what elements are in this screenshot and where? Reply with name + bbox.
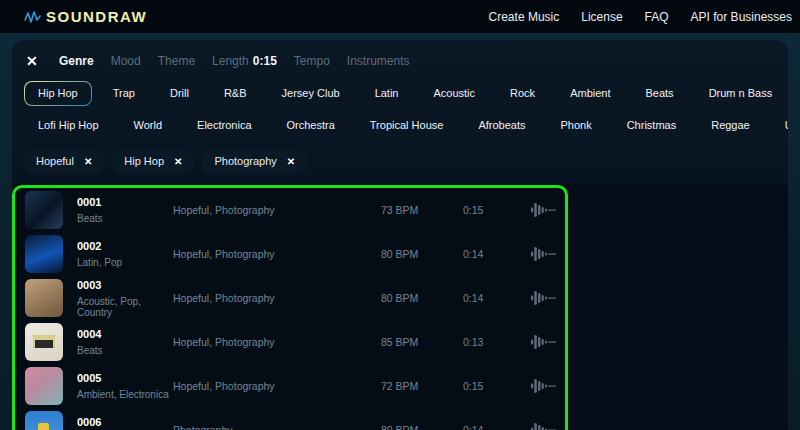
tabs-container: Genre Mood Theme Length [59,54,410,68]
filter-tab[interactable]: Length 0:15 [212,54,277,68]
genre-pills-row-1: Hip Hop Trap Drill R&B Jersey Club Latin… [24,81,776,106]
genre-pill[interactable]: Rock [496,81,549,106]
genre-pills-row-2: Lofi Hip Hop World Electronica Orchestra… [24,113,776,138]
tag-label: Hopeful [36,156,74,167]
track-id: 0001 [77,196,173,208]
track-row[interactable]: 0002 Latin, Pop Hopeful, Photography 80 … [15,232,565,276]
logo-text: SOUNDRAW [46,8,147,25]
genre-pill[interactable]: Tropical House [356,113,458,138]
nav-link[interactable]: License [581,10,622,24]
track-moods: Hopeful, Photography [173,292,381,304]
active-filter-tag[interactable]: Hip Hop ✕ [112,149,194,174]
track-id: 0002 [77,240,173,252]
filter-tab-label: Mood [111,54,141,68]
genre-pill[interactable]: Hip Hop [24,81,92,106]
track-genres: Beats [77,345,173,356]
genre-pill[interactable]: Beats [631,81,687,106]
play-preview-button[interactable] [531,378,565,394]
track-bpm: 80 BPM [381,248,463,260]
waveform-icon [531,378,561,394]
genre-pill[interactable]: Reggae [697,113,764,138]
play-preview-button[interactable] [531,290,565,306]
track-genres: Acoustic, Pop, Country [77,296,173,318]
track-thumbnail [25,323,63,361]
active-filter-tag[interactable]: Photography ✕ [202,149,307,174]
nav-link[interactable]: FAQ [645,10,669,24]
track-bpm: 80 BPM [381,424,463,430]
track-title-cell: 0001 Beats [77,196,173,224]
genre-pill[interactable]: Phonk [546,113,605,138]
genre-pill[interactable]: Trap [99,81,149,106]
genre-pill[interactable]: Drum n Bass [695,81,787,106]
genre-pill[interactable]: World [120,113,177,138]
filter-tab[interactable]: Theme [158,54,195,68]
play-preview-button[interactable] [531,202,565,218]
waveform-logo-icon [24,9,42,25]
track-results-annotation-box: 0001 Beats Hopeful, Photography 73 BPM 0… [12,185,568,430]
track-moods: Hopeful, Photography [173,248,381,260]
waveform-icon [531,422,561,430]
track-moods: Hopeful, Photography [173,336,381,348]
genre-pill[interactable]: Christmas [613,113,691,138]
filter-tab-label: Instruments [347,54,410,68]
track-bpm: 72 BPM [381,380,463,392]
filter-tab[interactable]: Instruments [347,54,410,68]
track-bpm: 85 BPM [381,336,463,348]
track-duration: 0:14 [463,292,531,304]
track-duration: 0:15 [463,380,531,392]
track-title-cell: 0002 Latin, Pop [77,240,173,268]
top-navbar: SOUNDRAW Create Music License FAQ API fo… [0,0,800,33]
track-moods: Photography [173,424,381,430]
genre-pill[interactable]: UK Garage [771,113,788,138]
filter-tab[interactable]: Tempo [294,54,330,68]
play-preview-button[interactable] [531,422,565,430]
remove-tag-icon[interactable]: ✕ [287,157,295,167]
filter-tab[interactable]: Mood [111,54,141,68]
genre-pill[interactable]: Electronica [183,113,265,138]
filter-tabs-row: ✕ Genre Mood Theme [24,53,776,69]
waveform-icon [531,334,561,350]
track-row[interactable]: 0006 Latin Photography 80 BPM 0:14 [15,408,565,430]
genre-pill[interactable]: Drill [156,81,203,106]
genre-pill[interactable]: Ambient [556,81,624,106]
close-filters-icon[interactable]: ✕ [26,53,42,69]
track-thumbnail [25,367,63,405]
active-filter-tag[interactable]: Hopeful ✕ [24,149,104,174]
genre-pill[interactable]: Orchestra [273,113,349,138]
track-row[interactable]: 0003 Acoustic, Pop, Country Hopeful, Pho… [15,276,565,320]
track-row[interactable]: 0001 Beats Hopeful, Photography 73 BPM 0… [15,188,565,232]
filter-tab-label: Theme [158,54,195,68]
track-thumbnail [25,279,63,317]
track-id: 0004 [77,328,173,340]
genre-pill[interactable]: Lofi Hip Hop [24,113,113,138]
track-genres: Ambient, Electronica [77,389,173,400]
genre-pill[interactable]: R&B [210,81,261,106]
waveform-icon [531,202,561,218]
track-title-cell: 0005 Ambient, Electronica [77,372,173,400]
filter-tab-value: 0:15 [253,54,277,68]
filter-section: ✕ Genre Mood Theme [12,40,788,183]
nav-link[interactable]: API for Businesses [691,10,792,24]
main-panel: ✕ Genre Mood Theme [12,40,788,430]
track-genres: Beats [77,213,173,224]
track-bpm: 73 BPM [381,204,463,216]
play-preview-button[interactable] [531,334,565,350]
filter-tab-label: Genre [59,54,94,68]
track-genres: Latin, Pop [77,257,173,268]
track-title-cell: 0004 Beats [77,328,173,356]
remove-tag-icon[interactable]: ✕ [84,157,92,167]
filter-tab[interactable]: Genre [59,54,94,68]
track-title-cell: 0006 Latin [77,416,173,430]
genre-pill[interactable]: Acoustic [419,81,489,106]
waveform-icon [531,290,561,306]
soundraw-logo[interactable]: SOUNDRAW [24,8,147,25]
nav-link[interactable]: Create Music [489,10,560,24]
play-preview-button[interactable] [531,246,565,262]
remove-tag-icon[interactable]: ✕ [174,157,182,167]
track-row[interactable]: 0005 Ambient, Electronica Hopeful, Photo… [15,364,565,408]
track-id: 0006 [77,416,173,428]
genre-pill[interactable]: Afrobeats [464,113,539,138]
genre-pill[interactable]: Latin [361,81,413,106]
genre-pill[interactable]: Jersey Club [268,81,354,106]
track-row[interactable]: 0004 Beats Hopeful, Photography 85 BPM 0… [15,320,565,364]
